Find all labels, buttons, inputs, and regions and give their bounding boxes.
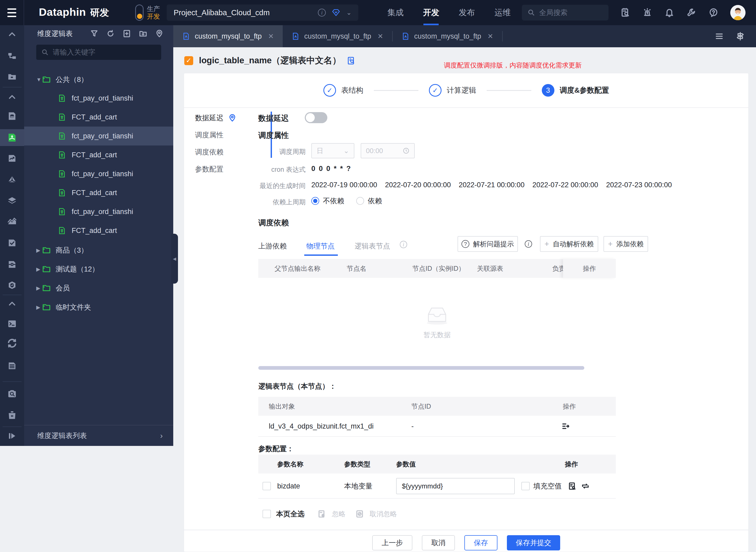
add-dep-button[interactable]: + 添加依赖 [603,236,648,252]
tree-item[interactable]: fct_pay_ord_tianshi [24,202,173,221]
caret-down-icon[interactable]: ▼ [36,77,41,83]
select-all-checkbox[interactable] [262,510,271,518]
tab-physical-node[interactable]: 物理节点 [306,241,335,251]
alarm-tool-icon[interactable] [642,7,652,18]
cancel-button[interactable]: 取消 [422,535,455,550]
doc-search-tool-icon[interactable] [620,7,630,18]
rail-pyramid-icon[interactable] [7,174,17,185]
save-submit-button[interactable]: 保存并提交 [507,535,560,550]
nav-develop[interactable]: 开发 [423,0,439,25]
node-detail-icon[interactable] [561,421,570,431]
rail-dimension-table-icon[interactable] [7,111,17,121]
editor-tab[interactable]: custom_mysql_to_ftp ✕ [283,25,392,47]
cancel-ignore-label[interactable]: 取消忽略 [370,510,397,519]
user-avatar[interactable] [730,5,746,20]
radio-dep[interactable] [356,197,364,205]
rail-check-file-icon[interactable] [7,238,17,248]
step-table-structure[interactable]: ✓ 表结构 [323,84,363,97]
info-icon[interactable]: i [525,240,532,248]
panel-collapse-handle[interactable]: ◀ [171,234,178,284]
tree-item[interactable]: fct_pay_ord_tianshi [24,164,173,183]
anchor-data-delay[interactable]: 数据延迟 [195,113,236,123]
new-file-icon[interactable] [122,29,131,38]
rail-metric-table-icon[interactable] [7,153,17,164]
anchor-sched-dep[interactable]: 调度依赖 [195,147,223,157]
new-folder-icon[interactable] [139,29,148,38]
rail-collapse-up2-icon[interactable] [7,92,17,103]
project-info-icon[interactable]: i [318,9,326,17]
help-icon[interactable] [708,7,719,18]
step-compute-logic[interactable]: ✓ 计算逻辑 [429,84,476,97]
editor-tab[interactable]: custom_mysql_to_ftp ✕ [393,25,502,47]
rail-dataflow-icon[interactable] [7,51,17,61]
tab-list-icon[interactable] [714,31,725,41]
fill-null-checkbox[interactable] [521,482,530,490]
caret-right-icon[interactable]: ▶ [36,266,41,272]
rail-terminal-icon[interactable] [7,318,17,329]
save-button[interactable]: 保存 [464,535,498,550]
tree-item[interactable]: fct_pay_ord_tianshi [24,89,173,108]
env-toggle-track[interactable] [135,4,144,21]
filter-icon[interactable] [90,29,99,38]
parse-hint-button[interactable]: ? 解析问题提示 [457,236,518,252]
tree-search-input[interactable] [53,48,156,56]
tree-folder-goods[interactable]: ▶商品（3） [24,241,173,260]
horizontal-scrollbar[interactable] [258,366,584,370]
row-checkbox[interactable] [262,482,271,490]
rail-server-file-icon[interactable] [7,361,17,371]
close-icon[interactable]: ✕ [268,32,274,40]
param-value-input[interactable] [396,478,515,494]
tree-item[interactable]: FCT_add_cart [24,145,173,164]
tree-item[interactable]: FCT_add_cart [24,108,173,127]
tree-item-selected[interactable]: fct_pay_ord_tianshi [24,127,173,145]
rail-trash-icon[interactable] [7,410,17,420]
nav-publish[interactable]: 发布 [458,0,475,25]
cancel-ignore-icon[interactable] [355,509,364,519]
editor-tab[interactable]: custom_mysql_to_ftp ✕ [173,25,283,47]
caret-right-icon[interactable]: ▶ [36,304,41,310]
rail-search-box-icon[interactable] [7,389,17,399]
env-toggle[interactable]: 生产 开发 [135,4,160,21]
close-icon[interactable]: ✕ [377,32,383,40]
global-search-input[interactable]: 全局搜索 [522,5,608,20]
tree-folder-public[interactable]: ▼ 公共（8） [24,70,173,89]
anchor-params[interactable]: 参数配置 [195,164,223,174]
step-schedule-params[interactable]: 3 调度&参数配置 [542,84,609,97]
tree-search-box[interactable] [36,45,161,60]
anchor-sched-props[interactable]: 调度属性 [195,130,223,140]
rail-layers-icon[interactable] [7,195,17,206]
hamburger-menu-icon[interactable] [0,0,24,25]
panel-footer-link[interactable]: 维度逻辑表列表 › [24,425,173,446]
guidepost-icon[interactable] [735,31,746,41]
tree-item[interactable]: FCT_add_cart [24,221,173,240]
project-selector[interactable]: Project_Alibaba_Cloud_cdm i ⌄ [167,4,358,21]
tree-folder-temp[interactable]: ▶临时文件夹 [24,298,173,317]
caret-right-icon[interactable]: ▶ [36,247,41,253]
nav-ops[interactable]: 运维 [494,0,511,25]
param-doc-icon[interactable] [568,481,577,491]
rail-plug-file-icon[interactable] [7,259,17,270]
tab-logic-node[interactable]: 逻辑表节点 [355,241,390,251]
prev-step-button[interactable]: 上一步 [372,535,412,550]
rail-logic-table-icon-active[interactable] [7,132,17,143]
data-delay-toggle[interactable] [305,112,327,123]
doc-preview-icon[interactable] [347,56,356,65]
title-checkbox[interactable]: ✓ [184,56,193,65]
tree-folder-member[interactable]: ▶会员 [24,279,173,297]
nav-integration[interactable]: 集成 [387,0,403,25]
locate-pin-icon[interactable] [155,29,164,38]
info-icon[interactable]: i [400,241,407,248]
tree-item[interactable]: FCT_add_cart [24,183,173,202]
rail-sync-icon[interactable] [7,338,17,349]
rail-collapse-up-icon[interactable] [7,29,17,40]
radio-no-dep[interactable] [311,197,319,205]
rail-expand-panel-icon[interactable] [7,431,17,441]
rail-folder-icon[interactable] [7,72,17,82]
rail-trend-icon[interactable] [7,217,17,227]
cycle-select[interactable]: 日 ⌄ [311,143,354,158]
project-chevron-down-icon[interactable]: ⌄ [346,9,352,16]
wrench-tool-icon[interactable] [686,7,697,18]
close-icon[interactable]: ✕ [488,32,493,40]
caret-right-icon[interactable]: ▶ [36,285,41,291]
auto-parse-dep-button[interactable]: + 自动解析依赖 [540,236,598,252]
